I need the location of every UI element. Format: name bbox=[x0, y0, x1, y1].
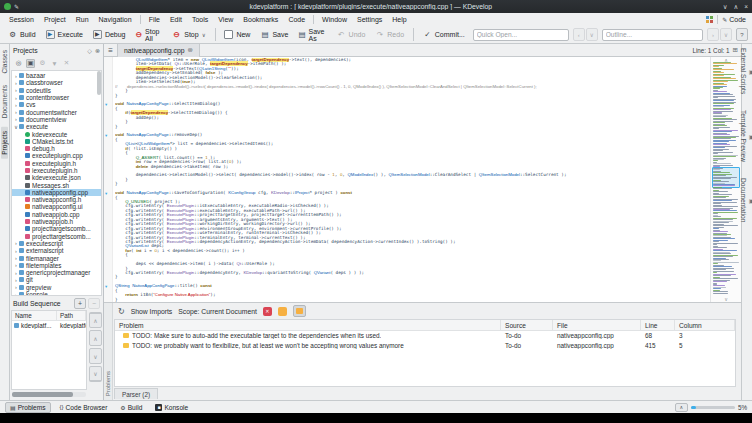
column-problem[interactable]: Problem bbox=[115, 320, 501, 331]
nav-forward-dropdown[interactable]: ∨ bbox=[720, 28, 732, 41]
tree-item-grepview[interactable]: ›grepview bbox=[12, 284, 101, 291]
save-as-button[interactable]: Save As bbox=[294, 27, 330, 43]
save-button[interactable]: Save bbox=[256, 29, 292, 40]
close-panel-icon[interactable]: ⊗ bbox=[95, 47, 100, 54]
column-line[interactable]: Line bbox=[641, 320, 675, 331]
statusbar-build[interactable]: ⚙Build bbox=[116, 402, 146, 413]
show-targets-icon[interactable]: ▣ bbox=[26, 59, 35, 68]
close-icon[interactable]: × bbox=[744, 3, 748, 11]
sidebar-tab-documents[interactable]: Documents bbox=[1, 81, 8, 122]
quick-open-input[interactable] bbox=[473, 29, 569, 41]
new-button[interactable]: New bbox=[220, 29, 254, 40]
tree-item-documentview[interactable]: ›documentview bbox=[12, 116, 101, 123]
stop-button[interactable]: Stop∨ bbox=[168, 29, 209, 40]
add-to-build-sequence-button[interactable]: + bbox=[74, 298, 86, 309]
tree-item-nativeappconfig-h[interactable]: nativeappconfig.h bbox=[12, 196, 101, 203]
menu-bookmarks[interactable]: Bookmarks bbox=[238, 16, 283, 23]
fold-marker-icon[interactable]: ▾ bbox=[105, 134, 107, 138]
tree-item-kdevexecute-json[interactable]: kdevexecute.json bbox=[12, 174, 101, 181]
tree-item-execute[interactable]: ∨execute bbox=[12, 123, 101, 130]
column-name[interactable]: Name bbox=[12, 311, 57, 321]
tree-item-iexecuteplugin-h[interactable]: iexecuteplugin.h bbox=[12, 167, 101, 174]
commit-button[interactable]: Commit... bbox=[419, 29, 469, 40]
float-panel-icon[interactable]: ◇ bbox=[87, 47, 92, 54]
statusbar-konsole[interactable]: ■Konsole bbox=[151, 402, 192, 413]
tree-item-git[interactable]: ›git bbox=[12, 276, 101, 283]
nav-forward-button[interactable]: › bbox=[707, 28, 719, 41]
menu-window[interactable]: Window bbox=[317, 16, 352, 23]
nav-back-button[interactable]: ‹ bbox=[573, 28, 585, 41]
move-down-button[interactable]: ∨ bbox=[89, 348, 102, 364]
tree-item-externalscript[interactable]: ›externalscript bbox=[12, 247, 101, 254]
column-file[interactable]: File bbox=[553, 320, 641, 331]
problem-row[interactable]: TODO: we probably want to flexibilize, b… bbox=[115, 341, 735, 351]
tree-item-codeutils[interactable]: ›codeutils bbox=[12, 87, 101, 94]
move-top-button[interactable]: ∧ bbox=[89, 312, 102, 328]
menu-help[interactable]: Help bbox=[387, 16, 411, 23]
menu-run[interactable]: Run bbox=[71, 16, 94, 23]
tree-item-nativeappjob-cpp[interactable]: nativeappjob.cpp bbox=[12, 211, 101, 218]
move-up-button[interactable]: ∧ bbox=[89, 330, 102, 346]
nav-back-dropdown[interactable]: ∨ bbox=[586, 28, 598, 41]
area-code-button[interactable]: ✎ Code bbox=[722, 16, 748, 23]
tree-item-cmakelists-txt[interactable]: CMakeLists.txt bbox=[12, 138, 101, 145]
sidebar-tab-classes[interactable]: Classes bbox=[1, 46, 8, 77]
area-switcher-icon[interactable] bbox=[706, 16, 713, 23]
tree-item-projecttargetscomb[interactable]: projecttargetscomb... bbox=[12, 225, 101, 232]
menu-tools[interactable]: Tools bbox=[187, 16, 213, 23]
tree-item-executescript[interactable]: ›executescript bbox=[12, 240, 101, 247]
minimap-scrollbar[interactable]: ∧ ∨ bbox=[710, 57, 741, 302]
locate-document-icon[interactable]: ◎ bbox=[14, 59, 23, 68]
menu-settings[interactable]: Settings bbox=[352, 16, 387, 23]
toolview-tab-documentation[interactable]: ▣Documentation bbox=[740, 178, 752, 222]
build-sequence-row[interactable]: kdevplatf... kdevplatform bbox=[12, 321, 86, 330]
code-editor[interactable]: ▾▾▾▾ QListWidgetItem* item = new QListWi… bbox=[104, 57, 741, 302]
toolview-tab-external-scripts[interactable]: ▣External Scripts bbox=[740, 48, 752, 94]
debug-button[interactable]: Debug bbox=[89, 29, 130, 40]
tree-item-classbrowser[interactable]: ›classbrowser bbox=[12, 79, 101, 86]
column-source[interactable]: Source bbox=[501, 320, 553, 331]
menu-edit[interactable]: Edit bbox=[165, 16, 187, 23]
tree-item-cvs[interactable]: ›cvs bbox=[12, 101, 101, 108]
refresh-icon[interactable]: ↻ bbox=[118, 307, 125, 316]
fold-marker-icon[interactable]: ▾ bbox=[105, 192, 107, 196]
scope-dropdown[interactable]: Scope: Current Document bbox=[178, 308, 257, 315]
move-bottom-button[interactable]: ∨ bbox=[89, 366, 102, 382]
filter-errors-icon[interactable]: ✕ bbox=[263, 307, 272, 316]
tree-item-debug-h[interactable]: debug.h bbox=[12, 145, 101, 152]
problem-row[interactable]: TODO: Make sure to auto-add the executab… bbox=[115, 331, 735, 341]
show-imports-button[interactable]: Show Imports bbox=[131, 308, 173, 315]
column-path[interactable]: Path bbox=[57, 311, 86, 321]
tree-item-projecttargetscomb[interactable]: projecttargetscomb... bbox=[12, 233, 101, 240]
tree-item-kdevexecute[interactable]: kdevexecute bbox=[12, 130, 101, 137]
zoom-slider[interactable] bbox=[691, 406, 735, 409]
tree-item-bazaar[interactable]: ›bazaar bbox=[12, 72, 101, 79]
tab-nativeappconfig-cpp[interactable]: nativeappconfig.cpp ⊗ bbox=[117, 44, 200, 57]
tree-item-nativeappjob-h[interactable]: nativeappjob.h bbox=[12, 218, 101, 225]
statusbar-problems[interactable]: ▤Problems bbox=[5, 402, 51, 413]
tree-item-executeplugin-h[interactable]: executeplugin.h bbox=[12, 160, 101, 167]
build-button[interactable]: Build bbox=[4, 29, 40, 40]
menu-session[interactable]: Session bbox=[4, 16, 39, 23]
fold-marker-icon[interactable]: ▾ bbox=[105, 285, 107, 289]
tree-item-nativeappconfig-ui[interactable]: nativeappconfig.ui bbox=[12, 203, 101, 210]
sidebar-tab-projects[interactable]: Projects bbox=[1, 127, 8, 159]
tree-item-filemanager[interactable]: ›filemanager bbox=[12, 254, 101, 261]
document-menu-icon[interactable]: ≡ bbox=[104, 46, 117, 55]
problems-vertical-tab[interactable]: Problems bbox=[104, 303, 113, 400]
horizontal-scrollbar[interactable] bbox=[12, 392, 86, 397]
tree-item-messages-sh[interactable]: Messages.sh bbox=[12, 181, 101, 188]
maximize-icon[interactable]: ∧ bbox=[733, 3, 738, 11]
tree-item-filetemplates[interactable]: ›filetemplates bbox=[12, 262, 101, 269]
parser-tab[interactable]: Parser (2) bbox=[114, 388, 158, 399]
menu-view[interactable]: View bbox=[213, 16, 238, 23]
menu-code[interactable]: Code bbox=[283, 16, 310, 23]
menu-project[interactable]: Project bbox=[39, 16, 71, 23]
filter-hints-button[interactable] bbox=[293, 305, 306, 317]
remove-from-build-sequence-button[interactable]: − bbox=[88, 298, 100, 309]
column-column[interactable]: Column bbox=[675, 320, 735, 331]
expand-panel-button[interactable]: ∧ bbox=[675, 403, 688, 412]
tree-item-contentbrowser[interactable]: ›contentbrowser bbox=[12, 94, 101, 101]
tree-item-genericprojectmanager[interactable]: ›genericprojectmanager bbox=[12, 269, 101, 276]
tree-scrollbar[interactable] bbox=[97, 71, 101, 95]
